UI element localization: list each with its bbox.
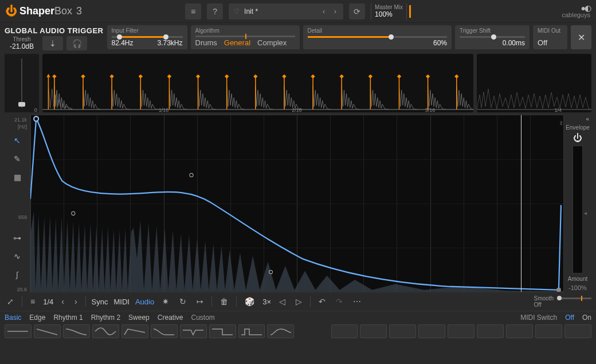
trigger-waveform-side[interactable] xyxy=(477,54,591,112)
app-logo: ⏻ ShaperBox 3 xyxy=(6,5,82,18)
length-prev[interactable]: ‹ xyxy=(59,296,66,307)
algorithm-slider[interactable] xyxy=(195,36,295,37)
trash-icon[interactable]: 🗑 xyxy=(218,296,230,307)
custom-slot-3[interactable] xyxy=(389,324,416,338)
favorite-icon[interactable]: ♡ xyxy=(233,7,240,15)
help-button[interactable]: ? xyxy=(207,3,223,19)
pointer-tool[interactable]: ↖ xyxy=(9,133,25,148)
tab-rhythm1[interactable]: Rhythm 1 xyxy=(53,314,83,322)
settings-icon[interactable]: ✷ xyxy=(160,296,171,307)
close-panel-button[interactable]: ✕ xyxy=(571,25,591,49)
expand-icon[interactable]: ⤢ xyxy=(5,296,16,307)
shape-curve-up[interactable] xyxy=(267,324,294,338)
custom-slot-6[interactable] xyxy=(477,324,504,338)
preset-next[interactable]: › xyxy=(332,7,339,15)
shape-decay[interactable] xyxy=(151,324,178,338)
threshold-slider[interactable] xyxy=(5,54,39,112)
midi-switch-on[interactable]: On xyxy=(582,314,591,322)
loop-grip-icon[interactable]: ⦀ xyxy=(560,120,562,127)
thresh-label: Thresh xyxy=(5,36,39,42)
preset-prev[interactable]: ‹ xyxy=(320,7,327,15)
oneshot-icon[interactable]: ↦ xyxy=(194,296,206,307)
envelope-power-icon[interactable]: ⏻ xyxy=(573,133,582,143)
retrigger-icon[interactable]: ↻ xyxy=(177,296,189,307)
envelope-meter[interactable]: ◂ xyxy=(573,146,583,273)
pencil-tool[interactable]: ✎ xyxy=(9,151,25,166)
multiply-value[interactable]: 3× xyxy=(262,298,271,306)
menu-button[interactable]: ≡ xyxy=(185,3,201,19)
smooth-control[interactable]: Smooth Off xyxy=(534,295,591,308)
input-filter-slider[interactable] xyxy=(112,36,183,38)
midi-out-label: MIDI Out xyxy=(538,28,563,34)
shape-attack[interactable] xyxy=(121,324,148,338)
detail-slider[interactable] xyxy=(308,36,448,38)
mode-sync[interactable]: Sync xyxy=(92,298,108,306)
algorithm-options[interactable]: Drums General Complex xyxy=(195,38,295,47)
custom-slot-1[interactable] xyxy=(331,324,358,338)
custom-slot-4[interactable] xyxy=(418,324,445,338)
listen-button[interactable]: 🎧 xyxy=(66,36,87,50)
algo-general[interactable]: General xyxy=(224,38,250,47)
step-back-icon[interactable]: ◁ xyxy=(277,296,288,307)
custom-slot-2[interactable] xyxy=(360,324,387,338)
svg-point-7 xyxy=(34,116,38,121)
length-next[interactable]: › xyxy=(72,296,80,307)
shape-sine-down[interactable] xyxy=(63,324,90,338)
link-tool[interactable]: ⊶ xyxy=(9,230,25,245)
s-curve-tool[interactable]: ∫ xyxy=(9,267,25,282)
redo-icon[interactable]: ↷ xyxy=(334,296,345,307)
custom-label: Custom xyxy=(191,314,214,322)
brand-text: cableguys xyxy=(562,12,590,18)
curve-tool[interactable]: ∿ xyxy=(9,249,25,264)
step-forward-icon[interactable]: ▷ xyxy=(293,296,304,307)
length-value[interactable]: 1/4 xyxy=(43,298,53,306)
input-filter-low: 82.4Hz xyxy=(112,39,134,47)
more-icon[interactable]: ⋯ xyxy=(351,296,363,307)
mode-audio[interactable]: Audio xyxy=(135,298,154,306)
shape-flat[interactable] xyxy=(5,324,32,338)
randomize-icon[interactable]: 🎲 xyxy=(242,296,257,307)
trigger-waveform-main[interactable] xyxy=(42,54,473,112)
time-label-1: 1/16 xyxy=(159,107,169,113)
algorithm-label: Algorithm xyxy=(195,28,295,34)
custom-slot-5[interactable] xyxy=(448,324,475,338)
algo-drums[interactable]: Drums xyxy=(195,38,217,47)
time-label-0: 0 xyxy=(34,107,37,113)
trigger-shift-slider[interactable] xyxy=(460,36,525,38)
tab-rhythm2[interactable]: Rhythm 2 xyxy=(91,314,120,322)
algo-complex[interactable]: Complex xyxy=(257,38,287,47)
compare-button[interactable]: ⟳ xyxy=(349,3,365,19)
shape-square[interactable] xyxy=(209,324,236,338)
global-trigger-title: GLOBAL AUDIO TRIGGER xyxy=(5,25,104,35)
master-mix-bar[interactable] xyxy=(409,5,411,18)
grid-icon[interactable]: ≡ xyxy=(28,296,37,307)
tab-basic[interactable]: Basic xyxy=(5,314,21,322)
custom-slot-9[interactable] xyxy=(564,324,591,338)
custom-slot-8[interactable] xyxy=(535,324,562,338)
midi-switch-label: MIDI Switch xyxy=(520,314,557,322)
shape-sine[interactable] xyxy=(92,324,119,338)
shape-pulse[interactable] xyxy=(238,324,265,338)
master-mix[interactable]: Master Mix 100% xyxy=(371,3,407,19)
collapse-icon[interactable]: « xyxy=(586,116,591,122)
input-filter-panel: Input Filter 82.4Hz 3.73kHz xyxy=(107,25,187,49)
shape-ramp-down[interactable] xyxy=(34,324,61,338)
tab-edge[interactable]: Edge xyxy=(29,314,45,322)
tab-creative[interactable]: Creative xyxy=(158,314,183,322)
smooth-slider[interactable] xyxy=(557,298,591,299)
undo-icon[interactable]: ↶ xyxy=(316,296,328,307)
power-icon[interactable]: ⏻ xyxy=(6,5,17,18)
select-tool[interactable]: ▦ xyxy=(9,170,25,185)
sidechain-button[interactable]: ⇣ xyxy=(42,36,63,50)
custom-slot-7[interactable] xyxy=(506,324,533,338)
midi-out-panel[interactable]: MIDI Out Off xyxy=(533,25,567,49)
mode-midi[interactable]: MIDI xyxy=(114,298,130,306)
amount-label: Amount xyxy=(568,276,587,282)
tab-sweep[interactable]: Sweep xyxy=(128,314,150,322)
brand-logo: ●◐ cableguys xyxy=(562,4,590,18)
playhead[interactable] xyxy=(521,115,522,292)
midi-switch-off[interactable]: Off xyxy=(565,314,574,322)
shape-notch[interactable] xyxy=(180,324,207,338)
preset-selector[interactable]: ♡ Init * ‹ › xyxy=(229,3,343,19)
curve-editor[interactable]: 0 1/16 2/16 3/16 1/4 ⦀ xyxy=(30,115,564,292)
